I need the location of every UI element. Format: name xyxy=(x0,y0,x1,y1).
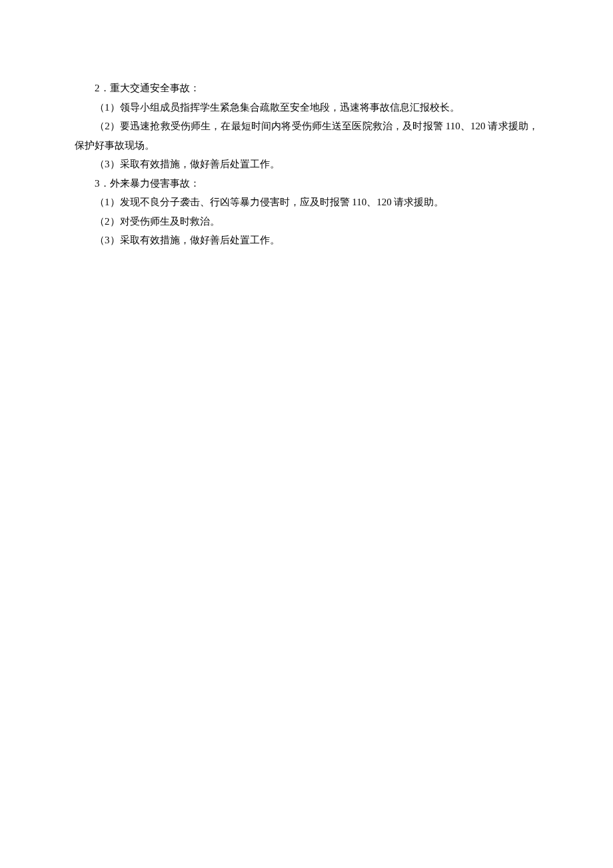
section-2-item-1: （1）领导小组成员指挥学生紧急集合疏散至安全地段，迅速将事故信息汇报校长。 xyxy=(75,98,538,117)
section-2-item-3: （3）采取有效措施，做好善后处置工作。 xyxy=(75,155,538,174)
section-3-item-1: （1）发现不良分子袭击、行凶等暴力侵害时，应及时报警 110、120 请求援助。 xyxy=(75,193,538,212)
section-2-header: 2．重大交通安全事故： xyxy=(75,79,538,98)
section-3-item-2: （2）对受伤师生及时救治。 xyxy=(75,212,538,231)
document-body: 2．重大交通安全事故： （1）领导小组成员指挥学生紧急集合疏散至安全地段，迅速将… xyxy=(75,79,538,250)
section-2-item-2: （2）要迅速抢救受伤师生，在最短时间内将受伤师生送至医院救治，及时报警 110、… xyxy=(75,117,538,155)
section-3-header: 3．外来暴力侵害事故： xyxy=(75,174,538,193)
section-3-item-3: （3）采取有效措施，做好善后处置工作。 xyxy=(75,231,538,250)
